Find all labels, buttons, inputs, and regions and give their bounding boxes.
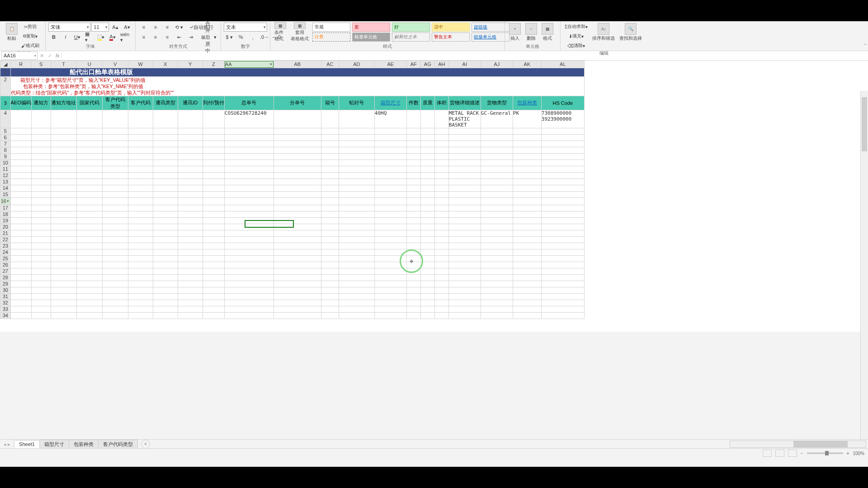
cell[interactable] <box>434 217 448 224</box>
cell[interactable] <box>274 205 321 211</box>
cell[interactable] <box>420 217 434 224</box>
font-color-button[interactable]: A ▾ <box>107 33 118 42</box>
cell[interactable] <box>434 147 448 153</box>
cell[interactable] <box>224 306 274 312</box>
cell[interactable] <box>102 293 128 300</box>
cell[interactable] <box>274 243 321 249</box>
cell[interactable] <box>434 153 448 160</box>
row-header-2[interactable]: 2 <box>0 76 11 96</box>
cell[interactable] <box>51 236 76 243</box>
cell[interactable] <box>513 191 541 197</box>
cell[interactable] <box>541 141 584 147</box>
cell[interactable] <box>178 185 203 191</box>
cell[interactable] <box>374 217 406 224</box>
cell[interactable] <box>31 268 51 274</box>
cell[interactable] <box>128 249 153 255</box>
cell[interactable] <box>434 236 448 243</box>
cell[interactable] <box>128 281 153 287</box>
zoom-slider[interactable] <box>807 452 843 454</box>
row-header-5[interactable]: 5 <box>0 128 11 134</box>
cell[interactable] <box>513 141 541 147</box>
cell[interactable] <box>31 243 51 249</box>
cell[interactable] <box>339 224 374 230</box>
cell[interactable] <box>31 255 51 262</box>
cell[interactable] <box>481 281 513 287</box>
cell[interactable] <box>420 230 434 236</box>
cell[interactable] <box>102 217 128 224</box>
cell[interactable] <box>178 281 203 287</box>
cell[interactable] <box>274 306 321 312</box>
style-normal[interactable]: 常规 <box>312 23 350 32</box>
cell[interactable] <box>321 293 339 300</box>
cell[interactable] <box>339 236 374 243</box>
col-header-V[interactable]: V <box>102 61 128 68</box>
cell[interactable] <box>406 191 420 197</box>
cell[interactable] <box>513 249 541 255</box>
cell[interactable] <box>10 160 31 166</box>
decrease-indent-button[interactable]: ⇤ <box>174 33 184 42</box>
cell[interactable] <box>321 211 339 217</box>
cell[interactable] <box>448 211 481 217</box>
table-header[interactable]: 通讯类型 <box>153 96 178 110</box>
cell[interactable] <box>420 147 434 153</box>
cell[interactable] <box>153 205 178 211</box>
table-header[interactable]: 货物类型 <box>481 96 513 110</box>
cell[interactable] <box>76 134 102 141</box>
cell[interactable] <box>102 110 128 128</box>
cell[interactable] <box>448 262 481 268</box>
cell[interactable] <box>339 185 374 191</box>
cell[interactable] <box>481 312 513 319</box>
cell[interactable] <box>541 268 584 274</box>
cell[interactable] <box>102 230 128 236</box>
cell[interactable] <box>153 262 178 268</box>
cell[interactable] <box>31 217 51 224</box>
cell[interactable] <box>339 287 374 293</box>
cell[interactable] <box>102 236 128 243</box>
cell[interactable] <box>448 224 481 230</box>
zoom-level[interactable]: 100% <box>853 451 864 456</box>
cell[interactable] <box>374 134 406 141</box>
cell[interactable] <box>274 262 321 268</box>
cell[interactable] <box>321 268 339 274</box>
cell[interactable] <box>153 211 178 217</box>
row-header-14[interactable]: 14 <box>0 185 11 191</box>
col-header-S[interactable]: S <box>31 61 51 68</box>
cell[interactable] <box>420 268 434 274</box>
cell[interactable] <box>321 191 339 197</box>
cell[interactable] <box>102 287 128 293</box>
cell[interactable] <box>153 160 178 166</box>
cell[interactable] <box>374 274 406 281</box>
cell[interactable] <box>513 306 541 312</box>
cell[interactable] <box>224 147 274 153</box>
cell[interactable] <box>153 185 178 191</box>
cell[interactable] <box>51 141 76 147</box>
cell[interactable] <box>541 243 584 249</box>
cell[interactable]: PK <box>513 110 541 128</box>
cell[interactable] <box>513 255 541 262</box>
cell[interactable] <box>541 197 584 205</box>
cell[interactable] <box>51 293 76 300</box>
cell[interactable] <box>420 172 434 178</box>
cell[interactable] <box>128 191 153 197</box>
cell[interactable] <box>76 153 102 160</box>
cell[interactable] <box>102 147 128 153</box>
cell[interactable] <box>406 205 420 211</box>
cell[interactable] <box>128 293 153 300</box>
cell[interactable] <box>51 128 76 134</box>
cell[interactable] <box>321 147 339 153</box>
cell[interactable] <box>203 230 224 236</box>
cell[interactable] <box>203 262 224 268</box>
cell[interactable] <box>224 255 274 262</box>
cell[interactable] <box>541 205 584 211</box>
select-all-button[interactable]: ◢ <box>0 61 11 68</box>
cell[interactable] <box>102 243 128 249</box>
cell[interactable] <box>76 211 102 217</box>
cell[interactable] <box>374 185 406 191</box>
delete-cells-button[interactable]: −删除 <box>524 22 538 42</box>
cell[interactable] <box>31 172 51 178</box>
cell[interactable] <box>274 172 321 178</box>
cell[interactable] <box>274 230 321 236</box>
cell[interactable] <box>339 300 374 306</box>
table-header[interactable]: AEO编码 <box>10 96 31 110</box>
cell[interactable] <box>76 312 102 319</box>
